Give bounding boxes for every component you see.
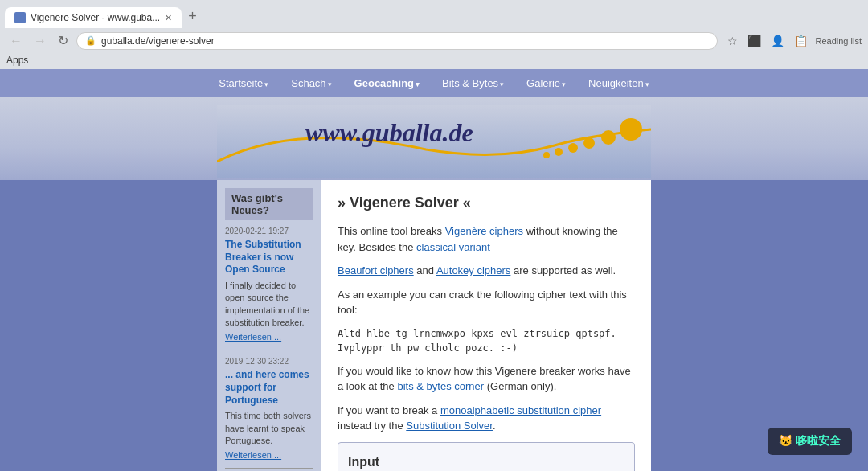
intro-paragraph-2: Beaufort ciphers and Autokey ciphers are…	[338, 263, 635, 279]
browser-icons: ☆ ⬛ 👤 📋 Reading list	[726, 33, 862, 49]
intro-paragraph-1: This online tool breaks Vigenère ciphers…	[338, 223, 635, 255]
apps-bookmark[interactable]: Apps	[6, 55, 28, 66]
sidebar-post-title-1[interactable]: ... and here comes support for Portugues…	[225, 369, 313, 407]
explanation-paragraph: If you would like to know how this Vigen…	[338, 363, 635, 395]
reload-button[interactable]: ↻	[55, 31, 72, 50]
beaufort-link[interactable]: Beaufort ciphers	[338, 264, 414, 276]
code-line-2: Ivplyppr th pw clholc pozc. :-)	[338, 341, 635, 355]
example-intro: As an example you can crack the followin…	[338, 287, 635, 318]
sidebar: Was gibt's Neues? 2020-02-21 19:27 The S…	[217, 180, 321, 471]
sidebar-divider-1	[225, 468, 313, 469]
nav-schach[interactable]: Schach▾	[280, 69, 342, 97]
nav-arrow: ▾	[500, 80, 504, 88]
site-navigation: Startseite▾ Schach▾ Geocaching▾ Bits & B…	[0, 69, 868, 97]
main-content: » Vigenere Solver « This online tool bre…	[321, 180, 651, 471]
site-title: www.guballa.de	[305, 118, 473, 147]
nav-galerie[interactable]: Galerie▾	[515, 69, 577, 97]
sidebar-post-text-1: This time both solvers have learnt to sp…	[225, 410, 313, 447]
vigenere-link[interactable]: Vigenère ciphers	[445, 225, 523, 237]
svg-point-4	[583, 137, 595, 149]
forward-button[interactable]: →	[31, 32, 50, 50]
svg-point-5	[601, 130, 616, 145]
watermark: 🐱 哆啦安全	[768, 428, 852, 455]
input-section-title: Input	[348, 453, 624, 472]
tab-close-button[interactable]: ✕	[165, 13, 172, 23]
nav-geocaching[interactable]: Geocaching▾	[343, 69, 431, 97]
new-tab-button[interactable]: +	[182, 5, 203, 28]
autokey-link[interactable]: Autokey ciphers	[436, 264, 511, 276]
tab-favicon	[14, 12, 26, 23]
bookmarks-bar: Apps	[0, 53, 868, 69]
nav-arrow: ▾	[264, 80, 268, 88]
nav-neuigkeiten[interactable]: Neuigkeiten▾	[577, 69, 661, 97]
back-button[interactable]: ←	[6, 32, 26, 50]
sidebar-read-more-1[interactable]: Weiterlesen ...	[225, 450, 313, 460]
input-section: Input Cipher Text: Cipher Variant: Class…	[338, 442, 635, 472]
address-bar[interactable]: 🔒 guballa.de/vigenere-solver	[76, 32, 718, 50]
browser-window: Vigenere Solver - www.guba... ✕ + ← → ↻ …	[0, 0, 868, 69]
bits-bytes-link[interactable]: bits & bytes corner	[397, 380, 484, 392]
address-bar-row: ← → ↻ 🔒 guballa.de/vigenere-solver ☆ ⬛ 👤…	[0, 28, 868, 53]
star-button[interactable]: ☆	[726, 33, 739, 49]
sidebar-title: Was gibt's Neues?	[225, 188, 313, 220]
watermark-text: 哆啦安全	[796, 434, 841, 447]
sidebar-post-text-0: I finally decided to open source the imp…	[225, 280, 313, 330]
main-container: Was gibt's Neues? 2020-02-21 19:27 The S…	[217, 180, 651, 471]
nav-arrow: ▾	[645, 80, 649, 88]
tab-bar: Vigenere Solver - www.guba... ✕ +	[0, 0, 868, 28]
nav-arrow: ▾	[328, 80, 332, 88]
reading-list-label: Reading list	[816, 36, 862, 46]
site-header: www.guballa.de	[0, 97, 868, 180]
header-graphic: www.guballa.de	[217, 105, 651, 178]
page-title: » Vigenere Solver «	[338, 192, 635, 214]
sidebar-post-date-1: 2019-12-30 23:22	[225, 357, 313, 366]
address-text: guballa.de/vigenere-solver	[101, 35, 709, 47]
code-line-1: Altd hlbe tg lrncmwxpo kpxs evl ztrsuicp…	[338, 326, 635, 341]
monoalpha-paragraph: If you want to break a monoalphabetic su…	[338, 403, 635, 434]
monoalpha-link[interactable]: monoalphabetic substitution cipher	[440, 404, 601, 416]
profile-button[interactable]: 👤	[769, 33, 786, 49]
reading-list-button[interactable]: 📋	[792, 33, 809, 49]
sidebar-read-more-0[interactable]: Weiterlesen ...	[225, 332, 313, 342]
sidebar-post-title-0[interactable]: The Substitution Breaker is now Open Sou…	[225, 239, 313, 276]
active-tab[interactable]: Vigenere Solver - www.guba... ✕	[5, 7, 182, 28]
svg-point-2	[555, 148, 563, 156]
svg-point-1	[543, 152, 550, 158]
page-content: Startseite▾ Schach▾ Geocaching▾ Bits & B…	[0, 69, 868, 471]
cipher-example: Altd hlbe tg lrncmwxpo kpxs evl ztrsuicp…	[338, 326, 635, 355]
lock-icon: 🔒	[85, 35, 96, 46]
nav-startseite[interactable]: Startseite▾	[207, 69, 280, 97]
nav-bits-bytes[interactable]: Bits & Bytes▾	[431, 69, 515, 97]
tab-title: Vigenere Solver - www.guba...	[31, 12, 160, 23]
sidebar-divider-0	[225, 350, 313, 350]
nav-arrow: ▾	[416, 80, 420, 88]
extensions-button[interactable]: ⬛	[746, 33, 763, 49]
svg-point-3	[568, 143, 578, 153]
substitution-solver-link[interactable]: Substitution Solver	[406, 420, 493, 432]
svg-point-6	[620, 118, 642, 141]
sidebar-post-date-0: 2020-02-21 19:27	[225, 227, 313, 236]
nav-arrow: ▾	[562, 80, 566, 88]
classical-variant-link[interactable]: classical variant	[416, 241, 490, 253]
